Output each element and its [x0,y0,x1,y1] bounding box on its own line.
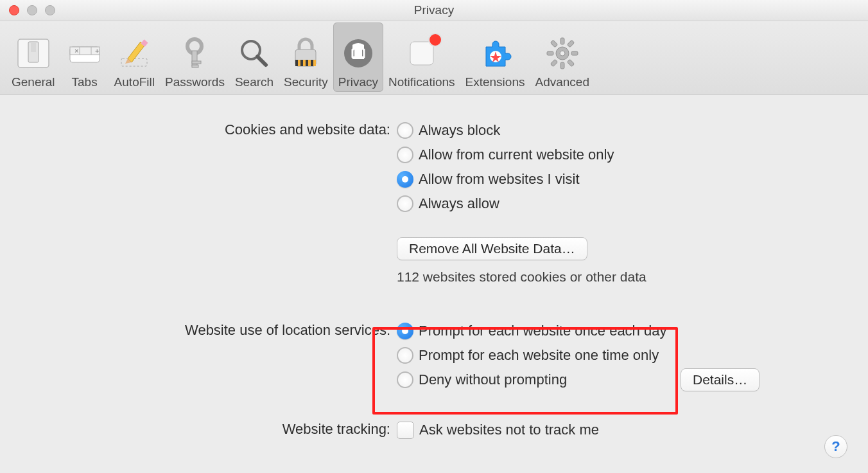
svg-rect-26 [410,42,433,65]
radio-icon [397,371,413,388]
toolbar-item-tabs[interactable]: × + Tabs [60,22,109,92]
radio-icon [397,323,413,339]
radio-icon [397,147,413,163]
section-tracking: Website tracking: Ask websites not to tr… [19,420,849,440]
toolbar-item-search[interactable]: Search [230,22,279,92]
option-text: Allow from websites I visit [419,171,580,188]
preferences-window: Privacy General × + [0,0,868,473]
remove-data-row: Remove All Website Data… [397,237,849,260]
option-text: Deny without prompting [419,371,567,388]
toolbar-item-privacy[interactable]: Privacy [333,22,383,92]
help-glyph: ? [831,438,840,455]
help-button[interactable]: ? [824,435,847,458]
details-button[interactable]: Details… [681,368,759,391]
cookies-label: Cookies and website data: [19,120,397,138]
toolbar-item-notifications[interactable]: Notifications [383,22,460,92]
toolbar-item-advanced[interactable]: Advanced [530,22,595,92]
notifications-badge-icon [428,33,442,47]
privacy-icon [339,34,378,73]
svg-marker-10 [128,42,144,62]
radio-icon [397,122,413,139]
notifications-icon [403,34,441,73]
svg-text:×: × [74,47,78,55]
toolbar-item-label: Tabs [72,75,98,89]
svg-rect-16 [192,65,198,67]
traffic-lights [9,5,55,15]
svg-rect-21 [295,60,298,66]
radio-icon [397,347,413,364]
svg-rect-31 [560,38,564,44]
toolbar-item-general[interactable]: General [6,22,60,92]
toolbar-item-autofill[interactable]: AutoFill [109,22,160,92]
location-option-1[interactable]: Prompt for each website one time only [397,345,849,366]
tabs-icon: × + [65,34,104,73]
search-icon [235,34,273,73]
cookies-option-0[interactable]: Always block [397,120,849,141]
cookies-option-1[interactable]: Allow from current website only [397,145,849,165]
general-icon [14,34,53,73]
svg-line-18 [257,57,266,65]
svg-rect-2 [31,43,36,52]
zoom-button[interactable] [45,5,55,15]
svg-rect-22 [300,60,303,66]
svg-rect-24 [311,60,313,66]
toolbar-item-security[interactable]: Security [279,22,333,92]
security-icon [286,34,325,73]
option-text: Prompt for each website one time only [419,347,659,364]
toolbar-item-label: Passwords [165,75,225,89]
toolbar-item-extensions[interactable]: Extensions [460,22,530,92]
section-cookies: Cookies and website data: Always block A… [19,120,849,285]
svg-text:+: + [95,47,99,55]
window-title: Privacy [414,3,454,17]
svg-rect-37 [567,40,574,47]
close-button[interactable] [9,5,19,15]
autofill-icon [115,34,153,73]
titlebar: Privacy [0,0,868,21]
toolbar-item-label: Security [284,75,328,89]
toolbar-item-label: Extensions [465,75,525,89]
advanced-icon [543,34,582,73]
passwords-icon [175,34,214,73]
svg-rect-9 [121,58,147,66]
svg-rect-23 [306,60,308,66]
tracking-label: Website tracking: [19,420,397,438]
svg-rect-34 [571,51,578,55]
toolbar-item-label: Notifications [388,75,455,89]
cookies-option-2[interactable]: Allow from websites I visit [397,169,849,190]
toolbar-item-label: General [12,75,55,89]
extensions-icon [476,34,514,73]
remove-all-data-button[interactable]: Remove All Website Data… [397,237,587,260]
radio-icon [397,195,413,212]
svg-rect-32 [560,62,564,69]
minimize-button[interactable] [27,5,37,15]
toolbar-item-label: Advanced [535,75,589,89]
svg-rect-15 [192,61,201,64]
content-area: Cookies and website data: Always block A… [0,94,868,473]
svg-point-30 [560,51,565,56]
svg-rect-35 [550,40,557,47]
location-option-2[interactable]: Deny without prompting [397,370,849,390]
option-text: Always allow [419,195,499,212]
toolbar: General × + Tabs [0,21,868,94]
stored-data-stats: 112 websites stored cookies or other dat… [397,269,647,285]
location-option-0[interactable]: Prompt for each website once each day [397,321,849,341]
option-text: Allow from current website only [419,147,614,163]
cookies-option-3[interactable]: Always allow [397,193,849,214]
svg-rect-33 [547,51,553,55]
option-text: Prompt for each website once each day [419,323,666,339]
toolbar-item-label: AutoFill [114,75,155,89]
checkbox-text: Ask websites not to track me [419,422,599,438]
checkbox-icon [397,422,414,439]
tracking-checkbox-row[interactable]: Ask websites not to track me [397,420,849,440]
toolbar-item-label: Search [235,75,273,89]
location-label: Website use of location services: [19,321,397,339]
toolbar-item-passwords[interactable]: Passwords [160,22,230,92]
option-text: Always block [419,122,500,139]
svg-rect-38 [550,59,557,66]
radio-icon [397,171,413,188]
toolbar-item-label: Privacy [338,75,378,89]
svg-rect-36 [567,59,574,66]
